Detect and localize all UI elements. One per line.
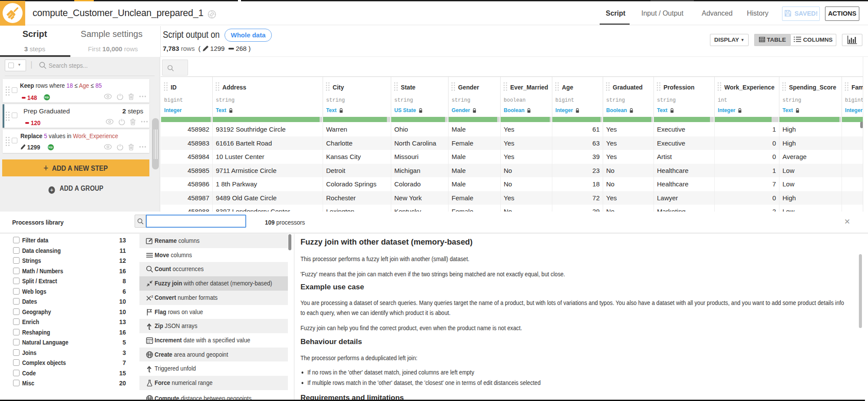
svg-text:2: 2 — [151, 294, 153, 298]
